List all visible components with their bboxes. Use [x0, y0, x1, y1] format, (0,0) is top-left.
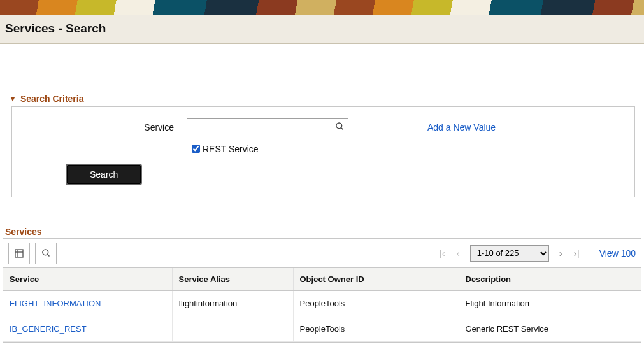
- services-grid: |‹ ‹ 1-10 of 225 › ›| View 100 Service S…: [3, 238, 641, 343]
- services-section-label: Services: [5, 227, 641, 237]
- prev-page-icon[interactable]: ‹: [455, 246, 461, 260]
- col-header-service[interactable]: Service: [3, 268, 172, 291]
- service-input[interactable]: [187, 118, 348, 136]
- svg-line-6: [47, 254, 49, 256]
- cell-owner: PeopleTools: [293, 291, 459, 316]
- lookup-icon[interactable]: [335, 122, 345, 133]
- table-row: IB_GENERIC_REST PeopleTools Generic REST…: [3, 316, 641, 342]
- first-page-icon[interactable]: |‹: [438, 246, 447, 260]
- row-range-select[interactable]: 1-10 of 225: [470, 245, 549, 262]
- chevron-down-icon: ▼: [9, 94, 17, 103]
- service-link[interactable]: FLIGHT_INFORMATION: [10, 299, 101, 308]
- search-button[interactable]: Search: [66, 164, 142, 185]
- service-link[interactable]: IB_GENERIC_REST: [10, 324, 87, 334]
- add-new-value-link[interactable]: Add a New Value: [427, 122, 496, 132]
- view-100-link[interactable]: View 100: [599, 248, 636, 258]
- table-row: FLIGHT_INFORMATION flightinformation Peo…: [3, 291, 641, 316]
- cell-alias: flightinformation: [172, 291, 293, 316]
- svg-point-0: [336, 123, 342, 129]
- rest-service-checkbox[interactable]: [192, 145, 200, 153]
- cell-owner: PeopleTools: [293, 316, 459, 342]
- find-in-grid-icon[interactable]: [35, 243, 57, 264]
- title-bar: Services - Search: [0, 15, 644, 44]
- services-table: Service Service Alias Object Owner ID De…: [3, 268, 641, 342]
- next-page-icon[interactable]: ›: [558, 246, 564, 260]
- last-page-icon[interactable]: ›|: [573, 246, 581, 260]
- col-header-owner[interactable]: Object Owner ID: [293, 268, 459, 291]
- col-header-description[interactable]: Description: [459, 268, 641, 291]
- decorative-top-strip: [0, 0, 644, 15]
- search-criteria-box: Service Add a New Value REST Service Sea…: [11, 106, 635, 197]
- grid-toolbar: |‹ ‹ 1-10 of 225 › ›| View 100: [3, 239, 641, 268]
- col-header-alias[interactable]: Service Alias: [172, 268, 293, 291]
- cell-desc: Generic REST Service: [459, 316, 641, 342]
- personalize-grid-icon[interactable]: [8, 243, 30, 264]
- search-criteria-label: Search Criteria: [20, 94, 84, 104]
- service-field-label: Service: [25, 122, 178, 132]
- search-criteria-toggle[interactable]: ▼ Search Criteria: [9, 94, 641, 104]
- svg-point-5: [42, 250, 48, 255]
- page-title: Services - Search: [5, 22, 639, 36]
- cell-alias: [172, 316, 293, 342]
- svg-rect-2: [15, 250, 23, 257]
- svg-line-1: [341, 127, 343, 129]
- cell-desc: Flight Information: [459, 291, 641, 316]
- rest-service-label: REST Service: [203, 144, 259, 154]
- toolbar-divider: [590, 246, 590, 260]
